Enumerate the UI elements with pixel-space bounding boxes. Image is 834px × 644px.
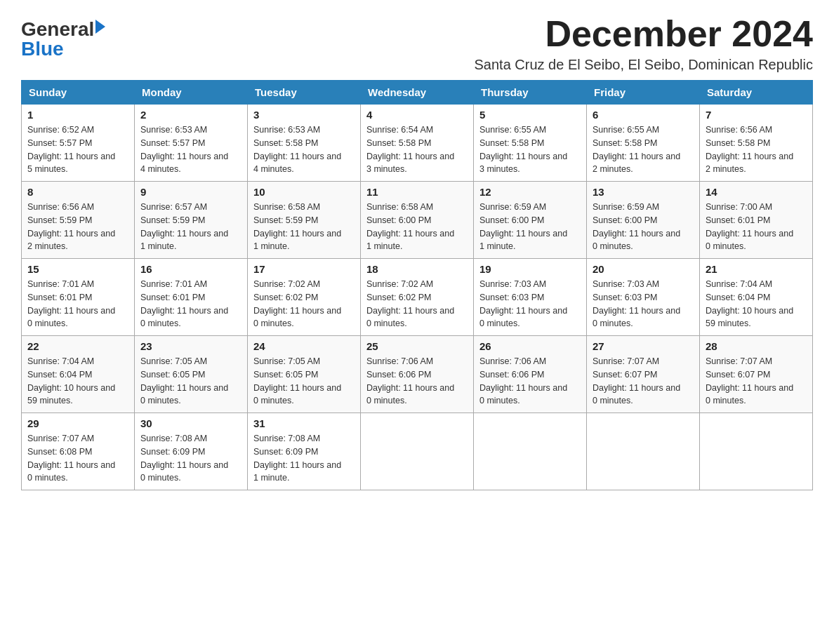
day-info: Sunrise: 7:02 AMSunset: 6:02 PMDaylight:…: [253, 278, 355, 330]
calendar-cell: [700, 413, 813, 490]
calendar-cell: 11Sunrise: 6:58 AMSunset: 6:00 PMDayligh…: [361, 182, 474, 259]
calendar-week-row: 22Sunrise: 7:04 AMSunset: 6:04 PMDayligh…: [22, 336, 813, 413]
calendar-cell: 20Sunrise: 7:03 AMSunset: 6:03 PMDayligh…: [587, 259, 700, 336]
day-info: Sunrise: 7:08 AMSunset: 6:09 PMDaylight:…: [253, 432, 355, 485]
main-title: December 2024: [475, 14, 813, 54]
day-info: Sunrise: 7:01 AMSunset: 6:01 PMDaylight:…: [140, 278, 241, 330]
logo: General Blue: [21, 20, 105, 59]
calendar-cell: 6Sunrise: 6:55 AMSunset: 5:58 PMDaylight…: [587, 105, 700, 182]
day-info: Sunrise: 7:05 AMSunset: 6:05 PMDaylight:…: [140, 355, 241, 408]
day-number: 7: [706, 109, 807, 121]
day-info: Sunrise: 6:58 AMSunset: 6:00 PMDaylight:…: [366, 201, 468, 253]
day-number: 18: [366, 263, 468, 275]
weekday-header-tuesday: Tuesday: [248, 81, 361, 105]
day-number: 11: [366, 186, 468, 198]
calendar-cell: [587, 413, 700, 490]
logo-blue: Blue: [21, 39, 105, 59]
day-number: 9: [140, 186, 241, 198]
title-area: December 2024 Santa Cruz de El Seibo, El…: [475, 14, 813, 73]
day-info: Sunrise: 6:53 AMSunset: 5:57 PMDaylight:…: [140, 123, 241, 176]
day-number: 28: [706, 340, 807, 352]
day-info: Sunrise: 7:03 AMSunset: 6:03 PMDaylight:…: [593, 278, 694, 330]
calendar-cell: 16Sunrise: 7:01 AMSunset: 6:01 PMDayligh…: [135, 259, 248, 336]
day-number: 31: [253, 417, 355, 429]
day-info: Sunrise: 7:08 AMSunset: 6:09 PMDaylight:…: [140, 432, 241, 485]
day-info: Sunrise: 7:06 AMSunset: 6:06 PMDaylight:…: [479, 355, 581, 408]
day-number: 5: [479, 109, 581, 121]
calendar-week-row: 15Sunrise: 7:01 AMSunset: 6:01 PMDayligh…: [22, 259, 813, 336]
day-info: Sunrise: 6:56 AMSunset: 5:59 PMDaylight:…: [27, 201, 128, 253]
day-info: Sunrise: 6:59 AMSunset: 6:00 PMDaylight:…: [593, 201, 694, 253]
day-info: Sunrise: 6:53 AMSunset: 5:58 PMDaylight:…: [253, 123, 355, 176]
calendar-cell: [361, 413, 474, 490]
calendar-cell: 26Sunrise: 7:06 AMSunset: 6:06 PMDayligh…: [474, 336, 587, 413]
calendar-cell: 15Sunrise: 7:01 AMSunset: 6:01 PMDayligh…: [22, 259, 135, 336]
calendar-cell: 31Sunrise: 7:08 AMSunset: 6:09 PMDayligh…: [248, 413, 361, 490]
day-info: Sunrise: 6:59 AMSunset: 6:00 PMDaylight:…: [479, 201, 581, 253]
weekday-header-monday: Monday: [135, 81, 248, 105]
day-number: 8: [27, 186, 128, 198]
calendar-cell: 12Sunrise: 6:59 AMSunset: 6:00 PMDayligh…: [474, 182, 587, 259]
logo-general: General: [21, 20, 94, 39]
day-number: 4: [366, 109, 468, 121]
calendar-week-row: 8Sunrise: 6:56 AMSunset: 5:59 PMDaylight…: [22, 182, 813, 259]
day-info: Sunrise: 6:54 AMSunset: 5:58 PMDaylight:…: [366, 123, 468, 176]
day-number: 27: [593, 340, 694, 352]
day-number: 24: [253, 340, 355, 352]
day-number: 22: [27, 340, 128, 352]
day-number: 19: [479, 263, 581, 275]
day-number: 10: [253, 186, 355, 198]
page-header: General Blue December 2024 Santa Cruz de…: [21, 14, 813, 73]
calendar-cell: 23Sunrise: 7:05 AMSunset: 6:05 PMDayligh…: [135, 336, 248, 413]
day-number: 26: [479, 340, 581, 352]
calendar-cell: 1Sunrise: 6:52 AMSunset: 5:57 PMDaylight…: [22, 105, 135, 182]
day-info: Sunrise: 6:55 AMSunset: 5:58 PMDaylight:…: [479, 123, 581, 176]
day-info: Sunrise: 7:07 AMSunset: 6:07 PMDaylight:…: [706, 355, 807, 408]
calendar-cell: 14Sunrise: 7:00 AMSunset: 6:01 PMDayligh…: [700, 182, 813, 259]
weekday-header-wednesday: Wednesday: [361, 81, 474, 105]
calendar-cell: [474, 413, 587, 490]
subtitle: Santa Cruz de El Seibo, El Seibo, Domini…: [475, 57, 813, 73]
calendar-cell: 18Sunrise: 7:02 AMSunset: 6:02 PMDayligh…: [361, 259, 474, 336]
day-info: Sunrise: 7:05 AMSunset: 6:05 PMDaylight:…: [253, 355, 355, 408]
day-info: Sunrise: 7:07 AMSunset: 6:07 PMDaylight:…: [593, 355, 694, 408]
day-info: Sunrise: 7:04 AMSunset: 6:04 PMDaylight:…: [27, 355, 128, 408]
day-info: Sunrise: 6:55 AMSunset: 5:58 PMDaylight:…: [593, 123, 694, 176]
calendar-cell: 17Sunrise: 7:02 AMSunset: 6:02 PMDayligh…: [248, 259, 361, 336]
logo-arrow-icon: [95, 20, 105, 34]
day-info: Sunrise: 7:06 AMSunset: 6:06 PMDaylight:…: [366, 355, 468, 408]
day-number: 12: [479, 186, 581, 198]
day-number: 3: [253, 109, 355, 121]
calendar-cell: 7Sunrise: 6:56 AMSunset: 5:58 PMDaylight…: [700, 105, 813, 182]
calendar-cell: 5Sunrise: 6:55 AMSunset: 5:58 PMDaylight…: [474, 105, 587, 182]
day-number: 1: [27, 109, 128, 121]
calendar-week-row: 1Sunrise: 6:52 AMSunset: 5:57 PMDaylight…: [22, 105, 813, 182]
weekday-header-thursday: Thursday: [474, 81, 587, 105]
weekday-header-friday: Friday: [587, 81, 700, 105]
day-number: 23: [140, 340, 241, 352]
calendar-cell: 30Sunrise: 7:08 AMSunset: 6:09 PMDayligh…: [135, 413, 248, 490]
day-number: 30: [140, 417, 241, 429]
day-info: Sunrise: 7:01 AMSunset: 6:01 PMDaylight:…: [27, 278, 128, 330]
calendar-cell: 2Sunrise: 6:53 AMSunset: 5:57 PMDaylight…: [135, 105, 248, 182]
day-number: 2: [140, 109, 241, 121]
day-number: 17: [253, 263, 355, 275]
day-number: 16: [140, 263, 241, 275]
calendar-cell: 4Sunrise: 6:54 AMSunset: 5:58 PMDaylight…: [361, 105, 474, 182]
weekday-header-sunday: Sunday: [22, 81, 135, 105]
calendar-cell: 28Sunrise: 7:07 AMSunset: 6:07 PMDayligh…: [700, 336, 813, 413]
day-info: Sunrise: 7:03 AMSunset: 6:03 PMDaylight:…: [479, 278, 581, 330]
day-info: Sunrise: 6:57 AMSunset: 5:59 PMDaylight:…: [140, 201, 241, 253]
day-number: 25: [366, 340, 468, 352]
day-number: 21: [706, 263, 807, 275]
weekday-header-row: SundayMondayTuesdayWednesdayThursdayFrid…: [22, 81, 813, 105]
calendar-cell: 25Sunrise: 7:06 AMSunset: 6:06 PMDayligh…: [361, 336, 474, 413]
calendar-cell: 8Sunrise: 6:56 AMSunset: 5:59 PMDaylight…: [22, 182, 135, 259]
calendar-cell: 3Sunrise: 6:53 AMSunset: 5:58 PMDaylight…: [248, 105, 361, 182]
calendar-cell: 10Sunrise: 6:58 AMSunset: 5:59 PMDayligh…: [248, 182, 361, 259]
calendar-cell: 13Sunrise: 6:59 AMSunset: 6:00 PMDayligh…: [587, 182, 700, 259]
day-info: Sunrise: 7:00 AMSunset: 6:01 PMDaylight:…: [706, 201, 807, 253]
day-info: Sunrise: 7:02 AMSunset: 6:02 PMDaylight:…: [366, 278, 468, 330]
calendar-table: SundayMondayTuesdayWednesdayThursdayFrid…: [21, 80, 813, 490]
calendar-cell: 9Sunrise: 6:57 AMSunset: 5:59 PMDaylight…: [135, 182, 248, 259]
